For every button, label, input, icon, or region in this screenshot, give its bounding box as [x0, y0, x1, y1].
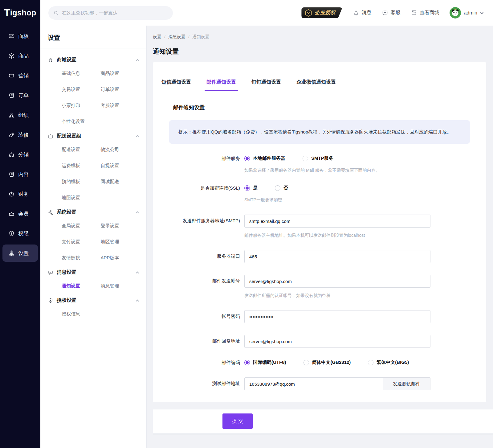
parcel-icon [48, 134, 53, 139]
sidebar-item-decoration[interactable]: 装修 [0, 125, 40, 145]
send-test-email-button[interactable]: 发送测试邮件 [383, 377, 430, 390]
submenu-item[interactable]: 订单设置 [101, 87, 140, 92]
radio-encoding-gb2312[interactable]: 简体中文(GB2312) [304, 360, 351, 365]
tab-dingtalk-notification[interactable]: 钉钉通知设置 [251, 79, 282, 85]
submenu-item[interactable]: 登录设置 [101, 223, 140, 229]
radio-smtp-service[interactable]: SMTP服务 [303, 155, 333, 161]
sidebar-item-label: 商品 [18, 52, 29, 60]
submenu-item[interactable]: 客服设置 [101, 103, 140, 109]
tab-sms-notification[interactable]: 短信通知设置 [161, 79, 192, 85]
chevron-up-icon[interactable] [135, 298, 140, 303]
sidebar-item-organization[interactable]: 组织 [0, 105, 40, 125]
field-help: 如果您选择了采用服务器内置的 Mail 服务，您不需要填写下面的内容。 [244, 168, 380, 173]
submenu-item[interactable]: 交易设置 [62, 87, 101, 92]
header-actions: 企业授权 消息 客服 查看商城 admin [301, 7, 484, 18]
tab-wecom-notification[interactable]: 企业微信通知设置 [296, 79, 336, 85]
search-input[interactable] [48, 6, 173, 20]
chevron-up-icon[interactable] [135, 134, 140, 138]
field-control: 发送邮件所需的认证帐号，如果没有就为空着 [244, 275, 430, 298]
sidebar-item-label: 权限 [18, 230, 29, 237]
view-shop-button[interactable]: 查看商城 [411, 10, 439, 16]
submenu-item[interactable]: 地区管理 [101, 239, 140, 245]
smtp-host-input[interactable] [244, 215, 430, 228]
crown-icon [8, 211, 15, 217]
tab-email-notification[interactable]: 邮件通知设置 [206, 79, 237, 85]
ticket-icon [8, 72, 15, 79]
brush-icon [8, 132, 15, 138]
field-label: 发送邮件服务器地址(SMTP) [161, 215, 240, 238]
submenu-item[interactable]: 消息管理 [101, 283, 140, 289]
submenu-item[interactable]: 物流公司 [101, 147, 140, 153]
submenu-item[interactable]: 个性化设置 [62, 119, 101, 125]
message-icon [48, 270, 53, 275]
account-password-input[interactable] [244, 310, 430, 323]
submenu-item[interactable]: 预约模板 [62, 179, 101, 185]
app-logo[interactable]: Tigshop [0, 0, 40, 26]
radio-ssl-yes[interactable]: 是 [244, 185, 258, 191]
chevron-up-icon[interactable] [135, 210, 140, 215]
field-label: 是否加密连接(SSL) [161, 185, 240, 203]
sidebar-item-members[interactable]: 会员 [0, 204, 40, 224]
sidebar-item-orders[interactable]: 订单 [0, 85, 40, 105]
submenu-item[interactable]: 基础信息 [62, 71, 101, 76]
submenu-item[interactable]: 配送设置 [62, 147, 101, 153]
breadcrumb-item[interactable]: 设置 [153, 34, 161, 40]
radio-encoding-utf8[interactable]: 国际编码(UTF8) [244, 360, 286, 365]
submenu-item[interactable]: 自提设置 [101, 163, 140, 169]
messages-label: 消息 [361, 10, 371, 16]
sidebar-item-label: 财务 [18, 191, 29, 198]
group-header-license-settings[interactable]: 授权设置 [48, 297, 140, 304]
shield-key-icon [48, 298, 53, 303]
radio-ssl-no[interactable]: 否 [275, 185, 288, 191]
radio-encoding-big5[interactable]: 繁体中文(BIG5) [368, 360, 409, 365]
form-row-ssl: 是否加密连接(SSL) 是 否 SMTP一般要求加密 [161, 185, 478, 203]
group-header-delivery-settings[interactable]: 配送设置组 [48, 133, 140, 139]
sidebar-item-permissions[interactable]: 权限 [0, 224, 40, 243]
group-shop-settings: 商城设置 基础信息 商品设置 交易设置 订单设置 小票打印 客服设置 个性化设置 [40, 57, 146, 125]
network-icon [8, 151, 15, 158]
field-control: 本地邮件服务器 SMTP服务 如果您选择了采用服务器内置的 Mail 服务，您不… [244, 155, 380, 173]
submenu-item[interactable]: 全局设置 [62, 223, 101, 229]
radio-label: SMTP服务 [311, 155, 333, 161]
sidebar-item-finance[interactable]: 财务 [0, 184, 40, 204]
sidebar-item-settings[interactable]: 设置 [2, 245, 38, 262]
group-header-shop-settings[interactable]: 商城设置 [48, 57, 140, 63]
submenu-item[interactable]: 地图设置 [62, 195, 101, 201]
group-header-system-settings[interactable]: 系统设置 [48, 209, 140, 216]
search-wrap [48, 6, 173, 20]
radio-local-mail-server[interactable]: 本地邮件服务器 [244, 155, 285, 161]
sidebar-item-marketing[interactable]: 营销 [0, 66, 40, 85]
submit-button[interactable]: 提 交 [222, 413, 253, 429]
submenu-item[interactable]: APP版本 [101, 255, 140, 261]
sidebar-item-content[interactable]: 内容 [0, 164, 40, 184]
submenu-item[interactable]: 友情链接 [62, 255, 101, 261]
submenu-item[interactable]: 同城配送 [101, 179, 140, 185]
enterprise-license-badge[interactable]: 企业授权 [301, 7, 342, 18]
submenu-item[interactable]: 支付设置 [62, 239, 101, 245]
email-settings-form: 邮件服务 本地邮件服务器 SMTP服务 如果您选择了采用服务器内置的 Mail … [161, 155, 478, 390]
chevron-up-icon[interactable] [135, 58, 140, 62]
submenu-item-notification-settings[interactable]: 通知设置 [62, 283, 101, 289]
submenu-item[interactable]: 商品设置 [101, 71, 140, 76]
chevron-up-icon[interactable] [135, 270, 140, 275]
submenu-item[interactable]: 运费模板 [62, 163, 101, 169]
breadcrumb-item[interactable]: 消息设置 [168, 34, 185, 40]
server-port-input[interactable] [244, 250, 430, 263]
group-header-message-settings[interactable]: 消息设置 [48, 269, 140, 276]
sidebar-item-distribution[interactable]: 分销 [0, 145, 40, 164]
sidebar-item-dashboard[interactable]: 面板 [0, 26, 40, 46]
breadcrumb-separator: / [164, 34, 165, 40]
submenu-item[interactable]: 小票打印 [62, 103, 101, 109]
support-button[interactable]: 客服 [382, 10, 400, 16]
reply-address-input[interactable] [244, 335, 430, 348]
user-menu[interactable]: admin [450, 7, 484, 18]
sidebar-item-label: 订单 [18, 92, 29, 99]
radio-label: 简体中文(GB2312) [312, 360, 351, 365]
test-email-input[interactable] [244, 377, 383, 390]
submenu-item[interactable]: 授权信息 [62, 311, 101, 317]
sidebar-item-label: 内容 [18, 171, 29, 178]
messages-button[interactable]: 消息 [353, 10, 371, 16]
mail-account-input[interactable] [244, 275, 430, 288]
sidebar-item-products[interactable]: 商品 [0, 46, 40, 66]
group-label: 配送设置组 [57, 133, 81, 139]
